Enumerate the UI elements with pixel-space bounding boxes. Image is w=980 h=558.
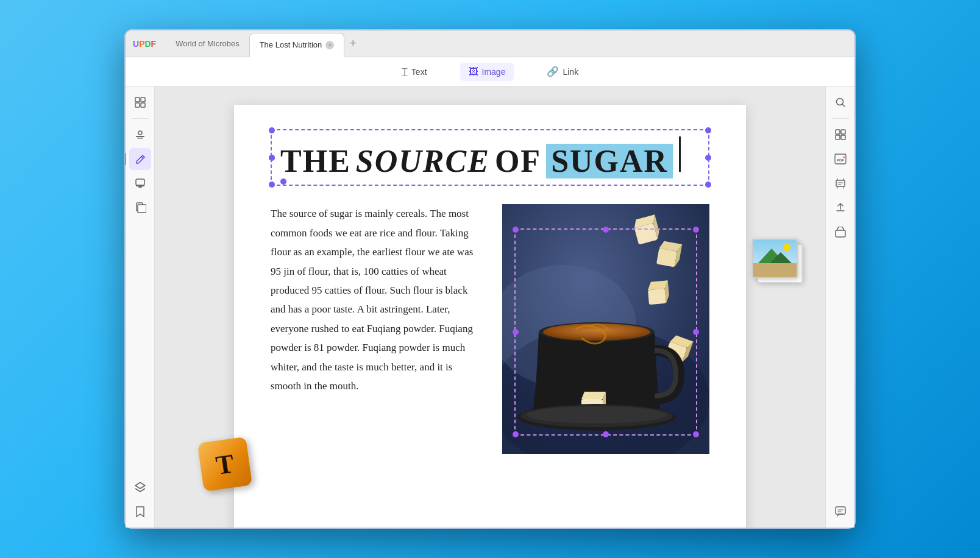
body-paragraph: The source of sugar is mainly cereals. T… xyxy=(271,204,484,395)
sidebar-right: PDF A xyxy=(825,87,854,528)
svg-point-4 xyxy=(138,131,142,135)
doc-canvas[interactable]: T xyxy=(155,87,825,528)
sidebar-btn-comment-right[interactable] xyxy=(829,501,851,523)
image-tool-button[interactable]: 🖼 Image xyxy=(460,63,514,81)
tab-microbes[interactable]: World of Microbes xyxy=(166,30,249,57)
doc-page: T xyxy=(234,105,746,528)
heading-the: THE xyxy=(280,144,351,178)
sidebar-btn-edit[interactable] xyxy=(129,124,151,146)
titlebar: UPDF World of Microbes The Lost Nutritio… xyxy=(126,30,854,57)
heading-text: THE SOURCE OF SUGAR xyxy=(280,136,700,178)
sidebar-btn-thumbnail-right[interactable] xyxy=(829,124,851,146)
heading-block[interactable]: THE SOURCE OF SUGAR xyxy=(271,129,709,186)
link-tool-label: Link xyxy=(563,67,578,77)
svg-rect-1 xyxy=(141,97,145,102)
handle-bl xyxy=(269,182,275,188)
handle-image-bm[interactable] xyxy=(603,431,609,437)
image-tool-icon: 🖼 xyxy=(469,66,478,77)
sidebar-right-divider-1 xyxy=(832,118,849,119)
image-outer xyxy=(502,204,709,454)
svg-rect-6 xyxy=(137,138,143,139)
sidebar-btn-annotate[interactable] xyxy=(129,148,151,170)
text-tool-label: Text xyxy=(411,67,427,77)
svg-rect-39 xyxy=(836,135,840,140)
svg-rect-44 xyxy=(836,180,845,186)
svg-rect-0 xyxy=(135,97,140,102)
svg-rect-38 xyxy=(841,130,845,134)
svg-rect-45 xyxy=(836,230,845,237)
sidebar-btn-stamp[interactable] xyxy=(129,172,151,194)
image-block[interactable] xyxy=(502,204,709,454)
svg-rect-2 xyxy=(135,103,140,107)
tab-add-button[interactable]: + xyxy=(344,35,361,52)
sidebar-btn-thumbnails[interactable] xyxy=(129,91,151,113)
float-image-icon xyxy=(752,239,813,294)
image-selection-overlay xyxy=(514,228,697,436)
image-tool-label: Image xyxy=(482,67,506,77)
sidebar-btn-ocr-right[interactable] xyxy=(829,172,851,194)
svg-rect-7 xyxy=(136,179,144,185)
sidebar-btn-export[interactable] xyxy=(829,197,851,219)
svg-rect-46 xyxy=(836,507,845,514)
float-text-icon: T xyxy=(201,440,255,495)
image-cards-icon xyxy=(752,239,807,288)
text-cube-icon: T xyxy=(197,437,252,492)
handle-tr xyxy=(705,127,711,133)
heading-sugar: SUGAR xyxy=(546,144,673,178)
text-tool-icon: ⌶ xyxy=(402,66,408,77)
tab-close-button[interactable]: × xyxy=(325,41,334,49)
handle-tl xyxy=(269,127,275,133)
handle-ml xyxy=(269,155,275,161)
link-tool-icon: 🔗 xyxy=(547,66,559,77)
app-logo: UPDF xyxy=(133,39,156,49)
sidebar-left xyxy=(126,87,155,528)
tab-microbes-label: World of Microbes xyxy=(176,39,240,48)
app-window: UPDF World of Microbes The Lost Nutritio… xyxy=(124,29,856,529)
handle-image-mr[interactable] xyxy=(693,329,699,335)
sidebar-btn-layers[interactable] xyxy=(129,476,151,498)
link-tool-button[interactable]: 🔗 Link xyxy=(538,62,587,81)
svg-rect-40 xyxy=(841,135,845,140)
svg-rect-3 xyxy=(141,103,145,107)
svg-rect-5 xyxy=(136,136,144,137)
svg-rect-11 xyxy=(138,205,146,213)
heading-source: SOURCE xyxy=(356,144,490,178)
svg-rect-8 xyxy=(138,186,142,188)
text-tool-button[interactable]: ⌶ Text xyxy=(393,63,436,81)
sidebar-btn-bookmark[interactable] xyxy=(129,501,151,523)
sidebar-divider-1 xyxy=(132,118,149,119)
text-cursor xyxy=(679,136,681,172)
sidebar-btn-pages[interactable] xyxy=(129,197,151,219)
svg-rect-9 xyxy=(136,185,144,186)
handle-image-tl[interactable] xyxy=(513,227,519,233)
toolbar: ⌶ Text 🖼 Image 🔗 Link xyxy=(126,57,854,87)
main-area: T xyxy=(126,87,854,528)
svg-text:A: A xyxy=(843,155,845,159)
img-card-front xyxy=(752,239,798,278)
body-content: The source of sugar is mainly cereals. T… xyxy=(271,204,709,454)
svg-rect-37 xyxy=(836,130,840,134)
sidebar-btn-share[interactable] xyxy=(829,221,851,243)
sidebar-btn-pdfa[interactable]: PDF A xyxy=(829,148,851,170)
tab-nutrition[interactable]: The Lost Nutrition × xyxy=(249,33,345,57)
handle-image-tm[interactable] xyxy=(603,227,609,233)
tab-bar: World of Microbes The Lost Nutrition × + xyxy=(166,30,847,57)
sidebar-btn-search[interactable] xyxy=(829,91,851,113)
tab-nutrition-label: The Lost Nutrition xyxy=(260,40,322,49)
handle-image-ml[interactable] xyxy=(513,329,519,335)
heading-of: OF xyxy=(495,144,541,178)
handle-br xyxy=(705,182,711,188)
handle-mr xyxy=(705,155,711,161)
